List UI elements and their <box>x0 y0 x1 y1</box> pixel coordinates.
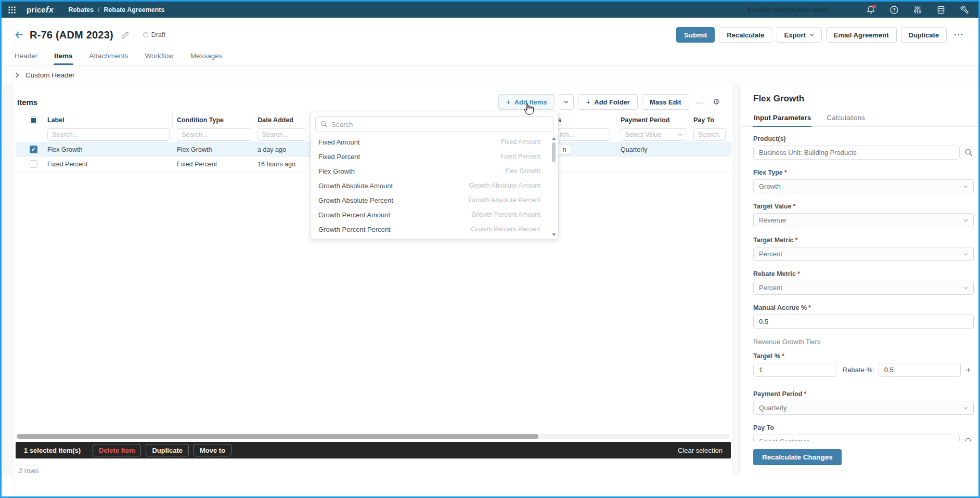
scrollbar-thumb[interactable] <box>552 142 556 162</box>
add-folder-button[interactable]: +Add Folder <box>578 94 637 110</box>
dropdown-option[interactable]: Growth Percent PercentGrowth Percent Per… <box>315 222 554 237</box>
required-marker: * <box>782 352 784 360</box>
column-header-condition-type[interactable]: Condition Type <box>173 113 254 127</box>
detail-panel-footer: Recalculate Changes <box>740 441 978 475</box>
column-header-label[interactable]: Label <box>44 113 173 127</box>
breadcrumb-rebate-agreements[interactable]: Rebate Agreements <box>104 6 165 14</box>
email-agreement-button[interactable]: Email Agreement <box>826 27 897 43</box>
filter-payment-period-select[interactable]: Select Value <box>621 128 687 141</box>
rebate-metric-label: Rebate Metric <box>753 270 796 278</box>
export-button[interactable]: Export <box>777 27 822 43</box>
select-all-checkbox[interactable] <box>30 116 37 124</box>
rebate-metric-select[interactable]: Percent <box>753 281 974 295</box>
filter-label-input[interactable] <box>47 128 170 141</box>
items-title: Items <box>17 98 37 107</box>
apps-grid-icon[interactable] <box>8 6 16 14</box>
breadcrumb-rebates[interactable]: Rebates <box>68 6 94 14</box>
notification-dot <box>872 5 876 8</box>
tab-messages[interactable]: Messages <box>190 50 223 65</box>
filter-truncated-input[interactable] <box>555 128 610 141</box>
cell-condition-type: Flex Growth <box>173 142 254 156</box>
dropdown-option[interactable]: Fixed PercentFixed Percent <box>315 149 554 164</box>
more-actions-button[interactable]: ··· <box>951 27 967 43</box>
cell-payment-period <box>616 157 690 171</box>
dropdown-search-box[interactable] <box>315 116 554 132</box>
payment-period-select[interactable]: Quarterly <box>753 401 974 415</box>
tab-header[interactable]: Header <box>14 50 38 65</box>
tab-attachments[interactable]: Attachments <box>89 50 129 65</box>
breadcrumb: Rebates / Rebate Agreements <box>68 6 164 14</box>
dropdown-option[interactable]: Growth Percent AmountGrowth Percent Amou… <box>315 207 554 222</box>
row-checkbox[interactable] <box>30 146 37 153</box>
gear-icon[interactable]: ⚙ <box>711 97 723 107</box>
move-to-button[interactable]: Move to <box>194 444 231 456</box>
target-value-label: Target Value <box>753 203 791 210</box>
horizontal-scrollbar[interactable] <box>16 434 730 439</box>
dropdown-option[interactable]: Growth Absolute PercentGrowth Absolute P… <box>315 193 554 207</box>
scroll-down-arrow[interactable] <box>552 233 556 236</box>
filter-pay-to-input[interactable] <box>693 128 726 141</box>
cell-label: Flex Growth <box>44 142 173 156</box>
configuration-sliders-icon[interactable] <box>913 5 922 15</box>
manual-accrue-input[interactable] <box>753 314 974 329</box>
back-arrow-icon[interactable] <box>14 30 24 40</box>
help-icon[interactable]: ? <box>889 5 899 15</box>
dropdown-option[interactable]: Flex GrowthFlex Growth <box>315 164 554 178</box>
draft-status-dot <box>143 32 148 37</box>
custom-header-section[interactable]: Custom Header <box>2 65 978 85</box>
table-more-icon[interactable]: ··· <box>693 98 706 107</box>
clear-selection-button[interactable]: Clear selection <box>678 447 723 454</box>
svg-text:?: ? <box>893 7 896 12</box>
payment-period-label: Payment Period <box>753 390 802 398</box>
pay-to-label: Pay To <box>753 424 774 431</box>
admin-wrench-icon[interactable] <box>960 5 969 15</box>
rebate-pct-input[interactable] <box>879 363 961 377</box>
column-header-payment-period[interactable]: Payment Period <box>616 113 690 127</box>
pricefx-logo[interactable]: pricefx <box>27 5 54 15</box>
selection-summary: 1 selected item(s) <box>24 447 81 454</box>
delete-item-button[interactable]: Delete Item <box>93 444 141 456</box>
target-value-select[interactable]: Revenue <box>753 213 974 227</box>
dropdown-option[interactable]: Fixed AmountFixed Amount <box>315 135 554 149</box>
filter-condition-type-input[interactable] <box>177 128 251 141</box>
products-input[interactable] <box>753 146 960 160</box>
recalculate-changes-button[interactable]: Recalculate Changes <box>753 449 842 465</box>
cell-condition-type: Fixed Percent <box>173 157 254 171</box>
database-icon[interactable] <box>936 5 946 15</box>
dropdown-scrollbar[interactable] <box>551 137 557 236</box>
search-icon[interactable] <box>964 148 973 157</box>
mass-edit-button[interactable]: Mass Edit <box>642 94 689 110</box>
row-checkbox[interactable] <box>30 160 37 168</box>
submit-button[interactable]: Submit <box>676 27 715 43</box>
column-header-pay-to[interactable]: Pay To <box>690 113 730 127</box>
cell-truncated-button[interactable]: n <box>558 144 571 155</box>
duplicate-item-button[interactable]: Duplicate <box>146 444 189 456</box>
flex-type-select[interactable]: Growth <box>753 179 974 193</box>
tab-items[interactable]: Items <box>54 50 73 65</box>
top-navbar: pricefx Rebates / Rebate Agreements demo… <box>2 2 978 18</box>
add-items-dropdown-toggle[interactable] <box>559 94 574 110</box>
selection-action-bar: 1 selected item(s) Delete Item Duplicate… <box>16 442 731 458</box>
dropdown-search-input[interactable] <box>331 121 549 128</box>
column-header-truncated[interactable]: s <box>550 113 616 127</box>
edit-pencil-icon[interactable] <box>121 31 130 40</box>
tab-input-parameters[interactable]: Input Parameters <box>753 112 811 126</box>
recalculate-button[interactable]: Recalculate <box>719 27 772 43</box>
dropdown-option[interactable]: Growth Absolute AmountGrowth Absolute Am… <box>315 178 554 193</box>
required-marker: * <box>808 304 811 311</box>
add-items-button[interactable]: +Add Items <box>498 94 555 110</box>
chevron-down-icon <box>564 100 569 103</box>
target-pct-input[interactable] <box>753 363 836 377</box>
notifications-bell-icon[interactable] <box>866 5 875 15</box>
duplicate-button[interactable]: Duplicate <box>901 27 947 43</box>
tab-workflow[interactable]: Workflow <box>145 50 174 65</box>
add-tier-plus-icon[interactable]: + <box>966 365 971 374</box>
tab-calculations[interactable]: Calculations <box>826 112 866 126</box>
page-tabs: Header Items Attachments Workflow Messag… <box>2 45 978 65</box>
chevron-right-icon <box>15 72 19 78</box>
scrollbar-thumb[interactable] <box>17 434 538 439</box>
filter-date-added-input[interactable] <box>257 128 306 141</box>
scroll-up-arrow[interactable] <box>552 137 556 140</box>
target-metric-select[interactable]: Percent <box>753 247 974 261</box>
app-window: pricefx Rebates / Rebate Agreements demo… <box>0 0 980 498</box>
